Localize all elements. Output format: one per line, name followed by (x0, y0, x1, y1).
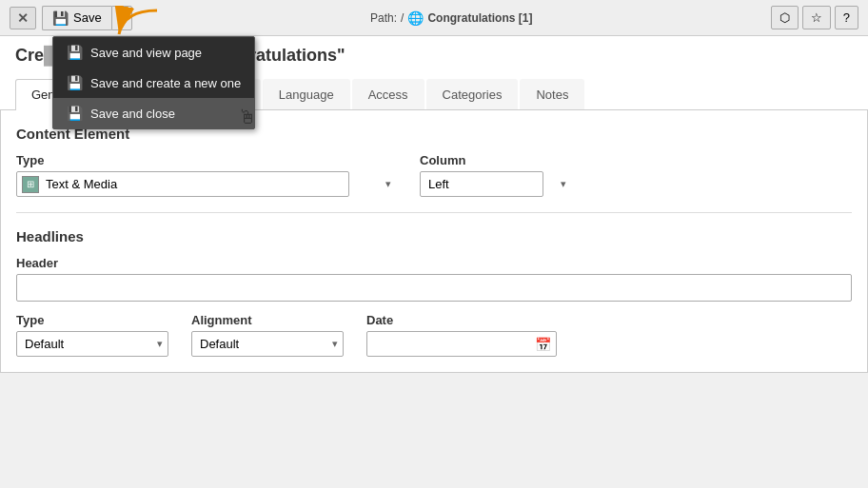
tab-notes[interactable]: Notes (520, 79, 584, 109)
column-select-wrapper: Left Normal Right Border ▾ (420, 171, 572, 197)
date-input-wrapper: 📅 (366, 331, 557, 357)
alignment-label: Alignment (191, 313, 344, 327)
save-close-label: Save and close (90, 107, 175, 121)
top-bar: ✕ 💾 Save ▾ Path: / 🌐 Congratulations [1]… (0, 0, 868, 36)
header-type-select-wrapper: Default ▾ (16, 331, 168, 357)
alignment-group: Alignment Default ▾ (191, 313, 344, 357)
page-path: Congratulations [1] (427, 11, 532, 25)
save-close-item[interactable]: 💾 Save and close (53, 98, 254, 128)
tab-access[interactable]: Access (352, 79, 424, 109)
header-field-group: Header (16, 256, 852, 313)
breadcrumb: Path: / 🌐 Congratulations [1] (370, 10, 532, 26)
help-button[interactable]: ? (835, 6, 858, 29)
save-view-icon: 💾 (67, 45, 83, 60)
section-divider (16, 212, 852, 213)
top-bar-left: ✕ 💾 Save ▾ (10, 6, 132, 30)
type-column-row: Type ⊞ Text & Media ▾ Column Left Normal… (16, 153, 852, 197)
arrow-icon: ▾ (119, 11, 125, 23)
save-close-icon: 💾 (67, 106, 83, 121)
close-button[interactable]: ✕ (10, 7, 36, 29)
type-chevron-icon: ▾ (385, 178, 391, 190)
date-input[interactable] (366, 331, 557, 357)
column-label: Column (420, 153, 572, 167)
save-label: Save (73, 10, 102, 25)
save-create-icon: 💾 (67, 75, 83, 90)
bookmark-button[interactable]: ☆ (802, 6, 831, 29)
type-select[interactable]: Text & Media (16, 171, 349, 197)
save-create-new-item[interactable]: 💾 Save and create a new one (53, 68, 254, 98)
column-select[interactable]: Left Normal Right Border (420, 171, 543, 197)
path-separator: / (401, 11, 404, 25)
header-type-group: Type Default ▾ (16, 313, 168, 357)
column-field-group: Column Left Normal Right Border ▾ (420, 153, 572, 197)
type-label: Type (16, 153, 397, 167)
header-type-select[interactable]: Default (16, 331, 168, 357)
save-dropdown-menu: 💾 Save and view page 💾 Save and create a… (52, 36, 255, 129)
save-button-group: 💾 Save ▾ (42, 6, 132, 30)
column-chevron-icon: ▾ (561, 178, 566, 190)
alignment-select-wrapper: Default ▾ (191, 331, 344, 357)
path-label: Path: (370, 11, 397, 25)
save-create-label: Save and create a new one (90, 76, 241, 90)
alignment-select[interactable]: Default (191, 331, 344, 357)
top-bar-actions: ⬡ ☆ ? (771, 6, 858, 29)
date-group: Date 📅 (366, 313, 557, 357)
header-type-label: Type (16, 313, 168, 327)
headlines-section-title: Headlines (16, 228, 852, 244)
type-field-group: Type ⊞ Text & Media ▾ (16, 153, 397, 197)
header-input[interactable] (16, 274, 852, 302)
save-dropdown-arrow[interactable]: ▾ (111, 6, 132, 30)
save-view-page-item[interactable]: 💾 Save and view page (53, 37, 254, 68)
tab-language[interactable]: Language (263, 79, 350, 109)
save-icon: 💾 (52, 10, 69, 26)
main-content: Content Element Type ⊞ Text & Media ▾ Co… (0, 110, 868, 373)
header-label: Header (16, 256, 852, 270)
type-select-wrapper: ⊞ Text & Media ▾ (16, 171, 397, 197)
headlines-section: Headlines Header Type Default ▾ Alignmen… (16, 228, 852, 357)
globe-icon: 🌐 (407, 10, 424, 26)
save-view-label: Save and view page (90, 46, 202, 60)
save-button[interactable]: 💾 Save (42, 6, 111, 30)
header-options-row: Type Default ▾ Alignment Default ▾ (16, 313, 852, 357)
open-page-button[interactable]: ⬡ (771, 6, 799, 29)
date-label: Date (366, 313, 557, 327)
type-select-icon: ⊞ (22, 176, 39, 193)
tab-categories[interactable]: Categories (426, 79, 519, 109)
